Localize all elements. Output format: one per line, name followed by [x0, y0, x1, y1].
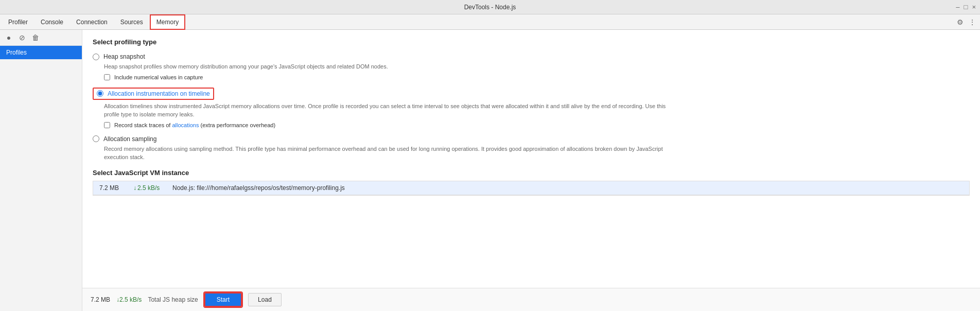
checkbox-record-stack-traces[interactable]: [104, 122, 110, 128]
label-heap-snapshot[interactable]: Heap snapshot: [103, 53, 145, 60]
vm-speed: ↓ 2.5 kB/s: [133, 184, 164, 192]
vm-list: 7.2 MB ↓ 2.5 kB/s Node.js: file:///home/…: [93, 181, 970, 196]
label-allocation-sampling[interactable]: Allocation sampling: [103, 135, 156, 143]
settings-icon[interactable]: ⚙: [957, 18, 964, 26]
option-heap-snapshot: Heap snapshot Heap snapshot profiles sho…: [93, 53, 970, 80]
vm-item[interactable]: 7.2 MB ↓ 2.5 kB/s Node.js: file:///home/…: [93, 181, 969, 195]
tab-console[interactable]: Console: [34, 14, 70, 30]
profiling-section: Select profiling type Heap snapshot Heap…: [82, 30, 980, 288]
option-sampling-row: Allocation sampling: [93, 135, 970, 143]
tab-sources[interactable]: Sources: [114, 14, 150, 30]
desc-allocation-sampling: Record memory allocations using sampling…: [104, 145, 670, 162]
label-record-stack-traces: Record stack traces of allocations (extr…: [114, 122, 275, 128]
bottom-speed: ↓2.5 kB/s: [116, 296, 142, 303]
tab-memory[interactable]: Memory: [150, 14, 185, 30]
content-area: Select profiling type Heap snapshot Heap…: [82, 30, 980, 311]
radio-allocation-sampling[interactable]: [93, 135, 99, 142]
title-bar: DevTools - Node.js – □ ×: [0, 0, 980, 14]
label-allocation-timeline[interactable]: Allocation instrumentation on timeline: [108, 90, 210, 97]
vm-speed-value: 2.5 kB/s: [137, 184, 160, 192]
bottom-size: 7.2 MB: [91, 296, 110, 303]
title-bar-controls: – □ ×: [956, 3, 976, 11]
tab-connection[interactable]: Connection: [70, 14, 114, 30]
sidebar-toolbar: ● ⊘ 🗑: [0, 30, 82, 46]
suboption-stack-traces: Record stack traces of allocations (extr…: [104, 122, 970, 128]
option-heap-row: Heap snapshot: [93, 53, 970, 60]
close-button[interactable]: ×: [972, 3, 976, 11]
maximize-button[interactable]: □: [964, 3, 968, 11]
down-arrow-icon: ↓: [133, 184, 136, 192]
start-button[interactable]: Start: [204, 292, 242, 307]
bottom-bar: 7.2 MB ↓2.5 kB/s Total JS heap size Star…: [82, 288, 980, 311]
sidebar-item-profiles[interactable]: Profiles: [0, 46, 82, 59]
top-nav-right: ⚙ ⋮: [957, 18, 980, 26]
section-title: Select profiling type: [93, 38, 970, 46]
vm-name: Node.js: file:///home/rafaelgss/repos/os…: [172, 184, 345, 192]
selected-option-wrapper: Allocation instrumentation on timeline: [93, 88, 214, 100]
vm-section: Select JavaScript VM instance 7.2 MB ↓ 2…: [93, 169, 970, 196]
desc-allocation-timeline: Allocation timelines show instrumented J…: [104, 102, 670, 119]
desc-heap-snapshot: Heap snapshot profiles show memory distr…: [104, 62, 670, 71]
tab-profiler[interactable]: Profiler: [2, 14, 34, 30]
vm-section-title: Select JavaScript VM instance: [93, 169, 970, 177]
vm-size: 7.2 MB: [99, 184, 125, 192]
minimize-button[interactable]: –: [956, 3, 959, 11]
title-bar-title: DevTools - Node.js: [464, 4, 516, 11]
option-allocation-sampling: Allocation sampling Record memory alloca…: [93, 135, 970, 162]
suboption-numerical: Include numerical values in capture: [104, 74, 970, 80]
radio-allocation-timeline[interactable]: [97, 90, 103, 97]
record-icon[interactable]: ●: [4, 33, 13, 42]
radio-heap-snapshot[interactable]: [93, 54, 99, 60]
clear-icon[interactable]: 🗑: [31, 33, 40, 42]
stop-icon[interactable]: ⊘: [18, 33, 27, 42]
sidebar: ● ⊘ 🗑 Profiles: [0, 30, 82, 311]
load-button[interactable]: Load: [248, 293, 282, 306]
more-icon[interactable]: ⋮: [969, 18, 976, 26]
checkbox-numerical-values[interactable]: [104, 74, 110, 80]
top-nav: Profiler Console Connection Sources Memo…: [0, 14, 980, 30]
option-allocation-timeline: Allocation instrumentation on timeline A…: [93, 88, 970, 128]
bottom-heap-label: Total JS heap size: [148, 296, 198, 303]
main-layout: ● ⊘ 🗑 Profiles Select profiling type Hea…: [0, 30, 980, 311]
label-numerical-values[interactable]: Include numerical values in capture: [114, 74, 203, 80]
